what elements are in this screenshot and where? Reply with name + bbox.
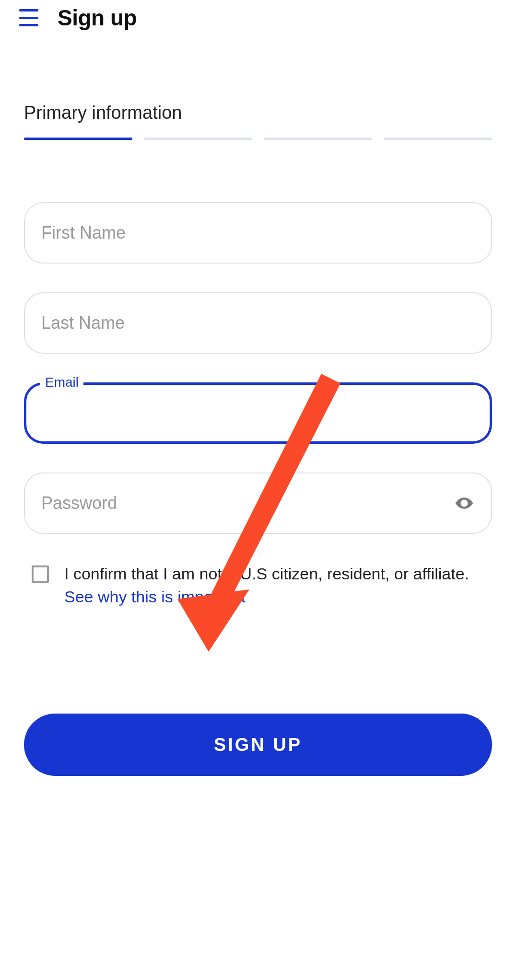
first-name-field[interactable]: [24, 202, 492, 264]
progress-step-4: [384, 138, 492, 140]
email-field[interactable]: [24, 382, 492, 444]
password-field[interactable]: [24, 473, 492, 534]
progress-step-3: [264, 138, 372, 140]
progress-step-1: [24, 138, 132, 140]
why-important-link[interactable]: See why this is important: [64, 588, 246, 606]
confirmation-text: I confirm that I am not a U.S citizen, r…: [64, 565, 469, 583]
last-name-field[interactable]: [24, 292, 492, 354]
us-citizen-checkbox[interactable]: [32, 565, 49, 583]
page-title: Sign up: [58, 5, 137, 31]
progress-indicator: [24, 138, 492, 140]
us-citizen-text: I confirm that I am not a U.S citizen, r…: [64, 563, 484, 608]
menu-icon[interactable]: [19, 9, 38, 26]
section-title: Primary information: [24, 103, 492, 123]
progress-step-2: [144, 138, 252, 140]
svg-point-0: [462, 501, 466, 505]
signup-button[interactable]: SIGN UP: [24, 714, 492, 776]
eye-icon[interactable]: [455, 494, 474, 513]
email-label: Email: [40, 375, 83, 390]
